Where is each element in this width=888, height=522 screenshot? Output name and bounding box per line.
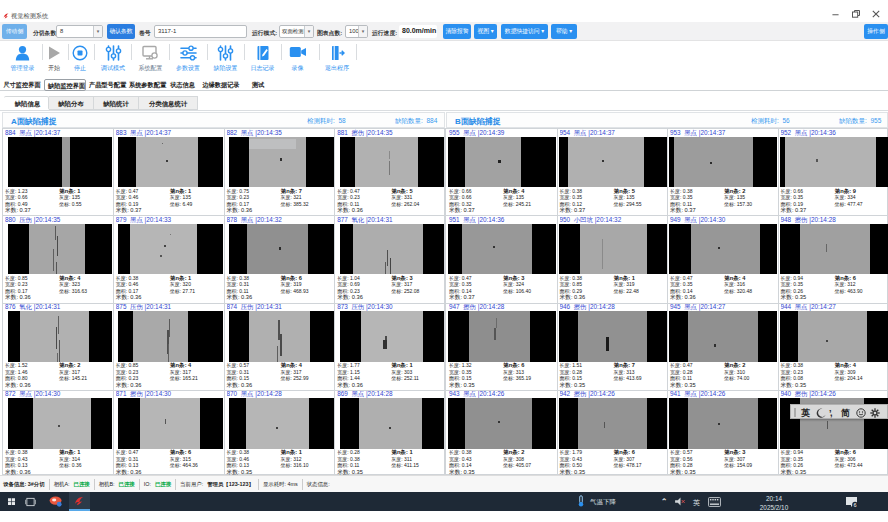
svg-text:6: 6 — [853, 501, 856, 507]
